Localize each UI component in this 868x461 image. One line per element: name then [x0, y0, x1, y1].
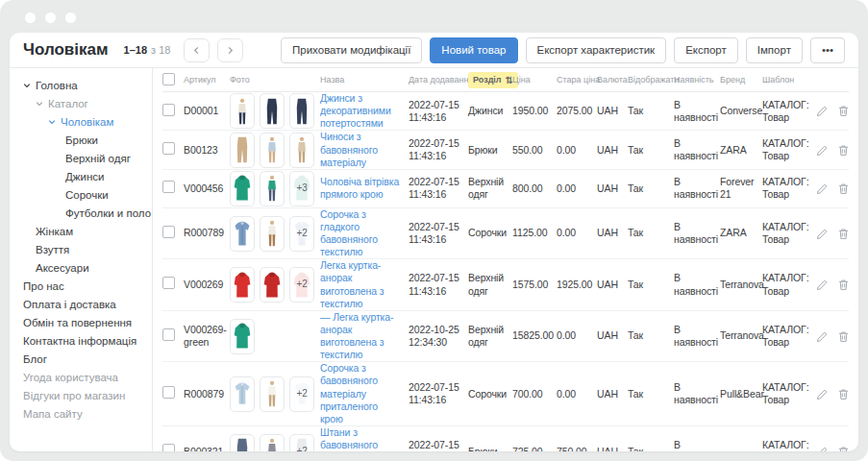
sidebar-item[interactable]: Відгуки про магазин	[10, 386, 152, 404]
row-checkbox[interactable]	[162, 104, 175, 116]
photo-cell	[230, 133, 320, 168]
more-photos-badge[interactable]: +3	[289, 171, 314, 206]
sidebar-item[interactable]: Мапа сайту	[10, 404, 152, 423]
product-photo-thumbnail[interactable]	[230, 133, 255, 168]
column-header-template[interactable]: Шаблон	[762, 75, 816, 85]
product-photo-thumbnail[interactable]	[260, 93, 285, 129]
actions-cell	[816, 330, 856, 343]
column-header-date[interactable]: Дата додавання	[409, 75, 468, 85]
sidebar-item[interactable]: Брюки	[10, 131, 152, 149]
column-header-sku[interactable]: Артикул	[184, 75, 230, 85]
row-checkbox[interactable]	[162, 181, 175, 193]
window-control-dot[interactable]	[45, 12, 56, 23]
edit-button[interactable]	[816, 144, 829, 157]
next-page-button[interactable]	[217, 38, 243, 62]
product-name-link[interactable]: Чоловіча вітрівка прямого крою	[320, 176, 399, 200]
sidebar-item[interactable]: Про нас	[10, 277, 152, 295]
delete-button[interactable]	[837, 388, 850, 400]
column-header-currency[interactable]: Валюта	[597, 75, 628, 85]
column-header-availability[interactable]: Наявність	[674, 75, 720, 85]
new-product-button[interactable]: Новий товар	[430, 37, 517, 63]
product-photo-thumbnail[interactable]	[230, 319, 255, 354]
prev-page-button[interactable]	[184, 38, 210, 62]
delete-button[interactable]	[837, 279, 850, 291]
product-photo-thumbnail[interactable]	[260, 171, 285, 206]
column-header-brand[interactable]: Бренд	[720, 75, 762, 85]
sidebar-item[interactable]: Аксесуари	[10, 258, 152, 277]
delete-button[interactable]	[837, 446, 850, 451]
column-header-section[interactable]: Розділ⇅	[468, 72, 512, 88]
sidebar-item[interactable]: Контактна інформація	[10, 331, 152, 350]
product-photo-thumbnail[interactable]	[289, 133, 314, 168]
product-photo-thumbnail[interactable]	[230, 376, 255, 412]
edit-button[interactable]	[816, 228, 829, 240]
product-name-link[interactable]: Чиноси з бавовняного матеріалу	[320, 131, 378, 167]
product-photo-thumbnail[interactable]	[260, 267, 285, 303]
export-button[interactable]: Експорт	[674, 37, 738, 63]
column-header-photo[interactable]: Фото	[230, 75, 320, 85]
sidebar-item[interactable]: Обмін та повернення	[10, 313, 152, 331]
row-checkbox[interactable]	[162, 328, 175, 341]
edit-button[interactable]	[816, 330, 829, 343]
product-photo-thumbnail[interactable]	[260, 133, 285, 168]
edit-button[interactable]	[816, 388, 829, 400]
product-name-link[interactable]: Джинси з декоративними потертостями	[320, 92, 391, 129]
product-name-link[interactable]: Сорочка з гладкого бавовняного текстилю	[320, 208, 378, 257]
row-checkbox[interactable]	[162, 226, 175, 238]
sidebar-item[interactable]: Оплата і доставка	[10, 295, 152, 313]
sidebar-item[interactable]: Сорочки	[10, 185, 152, 204]
product-photo-thumbnail[interactable]	[260, 376, 285, 412]
sidebar-item[interactable]: Верхній одяг	[10, 149, 152, 167]
product-name-link[interactable]: Сорочка з бавовняного матеріалу притален…	[320, 362, 378, 425]
more-photos-badge[interactable]: +2	[289, 267, 314, 303]
more-photos-badge[interactable]: +2	[289, 434, 314, 451]
product-photo-thumbnail[interactable]	[230, 216, 255, 252]
product-name-link[interactable]: Штани з бавовняного матеріалу прямого кр…	[320, 426, 383, 451]
row-checkbox[interactable]	[162, 277, 175, 289]
sidebar-item[interactable]: Джинси	[10, 167, 152, 185]
window-control-dot[interactable]	[25, 12, 36, 23]
product-photo-thumbnail[interactable]	[230, 434, 255, 451]
product-name-link[interactable]: — Легка куртка-анорак виготовлена з текс…	[320, 311, 393, 360]
column-header-name[interactable]: Назва	[320, 75, 409, 85]
product-photo-thumbnail[interactable]	[289, 93, 314, 129]
more-photos-badge[interactable]: +2	[289, 376, 314, 412]
product-photo-thumbnail[interactable]	[260, 434, 285, 451]
sidebar-item[interactable]: Чоловікам	[10, 112, 152, 131]
select-all-checkbox[interactable]	[162, 73, 175, 85]
sidebar-item[interactable]: Угода користувача	[10, 368, 152, 386]
sidebar-item[interactable]: Блог	[10, 350, 152, 368]
product-photo-thumbnail[interactable]	[230, 171, 255, 206]
row-checkbox[interactable]	[162, 386, 175, 399]
column-header-old-price[interactable]: Стара ціна	[557, 75, 597, 85]
window-control-dot[interactable]	[65, 12, 76, 23]
template-cell: КАТАЛОГ: Товар	[762, 381, 816, 406]
edit-button[interactable]	[816, 182, 829, 195]
edit-button[interactable]	[816, 446, 829, 451]
sidebar-item[interactable]: Футболки и поло	[10, 204, 152, 222]
column-header-display[interactable]: Відображати	[628, 75, 674, 85]
product-name-link[interactable]: Легка куртка-анорак виготовлена з тексти…	[320, 259, 384, 308]
column-header-price[interactable]: Ціна	[512, 75, 557, 85]
delete-button[interactable]	[837, 228, 850, 240]
row-checkbox[interactable]	[162, 142, 175, 155]
delete-button[interactable]	[837, 105, 850, 117]
delete-button[interactable]	[837, 182, 850, 195]
hide-modifications-button[interactable]: Приховати модифікації	[281, 37, 422, 63]
product-photo-thumbnail[interactable]	[260, 216, 285, 252]
more-actions-button[interactable]: •••	[810, 37, 845, 63]
sidebar-item[interactable]: Головна	[10, 76, 152, 94]
sidebar-item[interactable]: Взуття	[10, 240, 152, 258]
sidebar-item[interactable]: Жінкам	[10, 222, 152, 240]
more-photos-badge[interactable]: +2	[289, 216, 314, 252]
export-characteristics-button[interactable]: Експорт характеристик	[526, 37, 667, 63]
edit-button[interactable]	[816, 279, 829, 291]
edit-button[interactable]	[816, 105, 829, 117]
product-photo-thumbnail[interactable]	[230, 267, 255, 303]
sidebar-item[interactable]: Каталог	[10, 94, 152, 112]
product-photo-thumbnail[interactable]	[230, 93, 255, 129]
import-button[interactable]: Імпорт	[746, 37, 803, 63]
delete-button[interactable]	[837, 144, 850, 157]
delete-button[interactable]	[837, 330, 850, 343]
row-checkbox[interactable]	[162, 444, 175, 451]
